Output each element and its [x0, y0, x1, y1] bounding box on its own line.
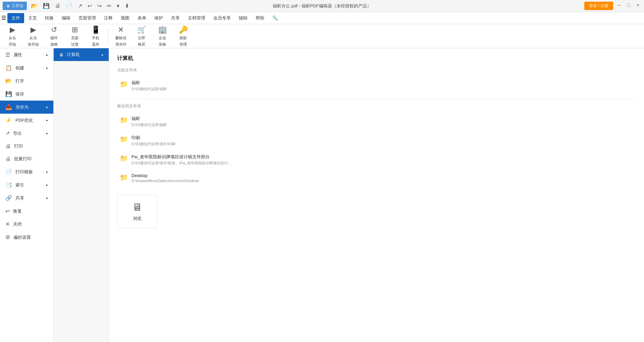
toolbar-from-current[interactable]: ▶ 从当 前开始	[23, 25, 43, 47]
folder-name-0: 福昕	[131, 116, 167, 122]
folder-path-0: D:\01微信代运营\福昕	[131, 122, 167, 127]
file-menu-export[interactable]: ↗ 导出 ▸	[0, 127, 53, 140]
loop-icon: ↺	[51, 25, 57, 34]
file-menu-open[interactable]: 📂 打开	[0, 74, 53, 88]
properties-icon: ☰	[5, 52, 10, 58]
current-folder-icon: 📁	[120, 80, 128, 88]
toolbar-loop[interactable]: ↺ 循环 放映	[44, 25, 64, 47]
menu-item-protect[interactable]: 保护	[150, 13, 167, 23]
menu-item-home[interactable]: 主页	[24, 13, 41, 23]
menu-item-annotate[interactable]: 注释	[100, 13, 117, 23]
create-icon: 📋	[5, 65, 12, 71]
menu-item-help[interactable]: 帮助	[252, 13, 268, 23]
pen-icon[interactable]: ✏	[106, 2, 113, 10]
file-menu-print-template[interactable]: 📄 打印模板 ▸	[0, 165, 53, 178]
del-watermark-label: 删除试	[115, 36, 126, 41]
export-icon2[interactable]: ↗	[76, 2, 84, 10]
from-start-label2: 开始	[9, 42, 16, 47]
loop-label2: 放映	[50, 42, 58, 47]
file-menu-overlay: ☰ 属性 ▸ 📋 创建 ▸ 📂 打开 💾 保存 📥 另存为 ▸	[0, 48, 644, 342]
browse-button[interactable]: 🖥 浏览	[117, 195, 157, 228]
menu-item-convert[interactable]: 转换	[41, 13, 58, 23]
menu-item-file[interactable]: 文件	[7, 13, 24, 23]
open-file-icon[interactable]: 📂	[30, 2, 39, 10]
folder-info-1: 印刷 D:\01微信代运营\老年\印刷	[131, 135, 175, 147]
file-menu-create[interactable]: 📋 创建 ▸	[0, 61, 53, 74]
close-label: 关闭	[13, 221, 22, 227]
folder-path-2: D:\01微信代运营\老年\软装、\Fw_老年医院标识牌项目设计...	[131, 161, 231, 166]
workbench-button[interactable]: 🖥 工作台	[3, 2, 27, 10]
saveas-computer[interactable]: 🖥 计算机 ▸	[54, 48, 109, 61]
folder-name-1: 印刷	[131, 135, 175, 141]
from-current-icon: ▶	[31, 25, 36, 34]
file-menu-save-as[interactable]: 📥 另存为 ▸	[0, 101, 53, 114]
menu-item-view[interactable]: 视图	[117, 13, 133, 23]
toolbar-from-start[interactable]: ▶ 从头 开始	[3, 25, 22, 47]
file-menu-pdf-optimize[interactable]: ⚡ PDF优化 ▸	[0, 114, 53, 127]
undo-icon[interactable]: ↩	[86, 2, 93, 10]
menu-item-doc-mgmt[interactable]: 文档管理	[184, 13, 209, 23]
index-icon: 📑	[5, 182, 12, 188]
login-button[interactable]: 登录 / 注册	[584, 2, 613, 10]
redo-icon[interactable]: ↪	[96, 2, 103, 10]
recent-folders-list: 📁 福昕 D:\01微信代运营\福昕 📁 印刷 D:\01微信代运营\老年\印刷…	[117, 112, 636, 187]
computer-icon: 🖥	[59, 52, 63, 57]
file-menu-print[interactable]: 🖨 打印	[0, 140, 53, 153]
folder-path-3: D:\HuaweiMoveData\Users\rinro\Desktop	[131, 179, 199, 183]
file-menu-batch-print[interactable]: 🖨 批量打印	[0, 153, 53, 165]
print-template-icon: 📄	[5, 169, 12, 175]
recent-folder-2[interactable]: 📁 Fw_老年医院标识牌项目设计稿文件部分 D:\01微信代运营\老年\软装、\…	[117, 151, 636, 169]
menu-item-page-mgmt[interactable]: 页面管理	[74, 13, 100, 23]
file-menu-index[interactable]: 📑 索引 ▸	[0, 178, 53, 191]
file-menu-close[interactable]: ✕ 关闭	[0, 218, 53, 231]
main-area: 清除 ◀ 1 / 1 ▶ ⚙ ─ 文本识别 某些页面包含未被识别的文本。您可以运…	[0, 48, 644, 342]
print-icon[interactable]: 🖨	[54, 2, 62, 10]
file-menu-save[interactable]: 💾 保存	[0, 88, 53, 101]
toolbar-page-transition[interactable]: ⊞ 页面 过渡	[65, 25, 85, 47]
hamburger-menu-icon[interactable]: ☰	[1, 15, 6, 21]
menu-item-edit[interactable]: 编辑	[58, 13, 74, 23]
quick-action-icon[interactable]: ⬇	[123, 2, 130, 10]
file-menu-preferences[interactable]: ⚙ 偏好设置	[0, 231, 53, 244]
menu-item-member[interactable]: 会员专享	[209, 13, 235, 23]
window-title: 福昕办公.pdf - 福昕PDF编辑器（未经授权的产品）	[273, 3, 371, 9]
search-button[interactable]: 🔍	[268, 13, 282, 22]
current-folder-item[interactable]: 📁 福昕 D:\01微信代运营\福昕	[117, 76, 636, 95]
menu-item-forms[interactable]: 表单	[133, 13, 150, 23]
pdf-optimize-label: PDF优化	[15, 117, 33, 123]
restore-button[interactable]: □	[625, 2, 632, 8]
menu-item-share[interactable]: 共享	[167, 13, 184, 23]
toolbar-instant-buy[interactable]: 🛒 立即 购买	[132, 25, 151, 47]
folder-name-2: Fw_老年医院标识牌项目设计稿文件部分	[131, 154, 231, 160]
computer-panel: 计算机 当前文件夹 📁 福昕 D:\01微信代运营\福昕 最近的文件夹 📁 福昕…	[109, 48, 644, 342]
toolbar-enterprise-buy[interactable]: 🏢 企业 采购	[153, 25, 172, 47]
workbench-label: 工作台	[11, 3, 23, 9]
saveas-panel: 🖥 计算机 ▸	[54, 48, 109, 342]
toolbar-del-watermark[interactable]: ✕ 删除试 用水印	[111, 25, 130, 47]
recent-folder-3[interactable]: 📁 Desktop D:\HuaweiMoveData\Users\rinro\…	[117, 170, 636, 186]
del-watermark-label2: 用水印	[115, 42, 126, 47]
scan-icon[interactable]: 📄	[64, 2, 74, 10]
file-menu-share[interactable]: 🔗 共享 ▸	[0, 191, 53, 205]
mobile-ctrl-icon: 📱	[91, 25, 100, 34]
file-menu-properties[interactable]: ☰ 属性 ▸	[0, 48, 53, 61]
toolbar-auth-mgmt[interactable]: 🔑 授权 管理	[173, 25, 193, 47]
toolbar: ▶ 从头 开始 ▶ 从当 前开始 ↺ 循环 放映 ⊞ 页面 过渡 📱 手机 遥控…	[0, 24, 644, 48]
menu-item-assist[interactable]: 辅助	[235, 13, 252, 23]
computer-arrow: ▸	[102, 53, 103, 57]
menubar: ☰ 文件 主页 转换 编辑 页面管理 注释 视图 表单 保护 共享 文档管理 会…	[0, 12, 644, 24]
recover-label: 恢复	[13, 208, 22, 214]
save-file-icon: 💾	[5, 91, 12, 97]
open-label: 打开	[15, 78, 24, 84]
save-icon[interactable]: 💾	[42, 2, 51, 10]
recent-folder-0[interactable]: 📁 福昕 D:\01微信代运营\福昕	[117, 112, 636, 131]
toolbar-mobile-ctrl[interactable]: 📱 手机 遥控	[86, 25, 105, 47]
file-menu-recover[interactable]: ↩ 恢复	[0, 205, 53, 218]
enterprise-buy-label2: 采购	[159, 42, 166, 47]
down-arrow-icon[interactable]: ▾	[115, 2, 121, 10]
close-button[interactable]: ×	[635, 2, 641, 8]
preferences-icon: ⚙	[5, 234, 10, 240]
save-as-icon: 📥	[5, 104, 12, 110]
recent-folder-1[interactable]: 📁 印刷 D:\01微信代运营\老年\印刷	[117, 131, 636, 150]
minimize-button[interactable]: ─	[616, 2, 623, 8]
